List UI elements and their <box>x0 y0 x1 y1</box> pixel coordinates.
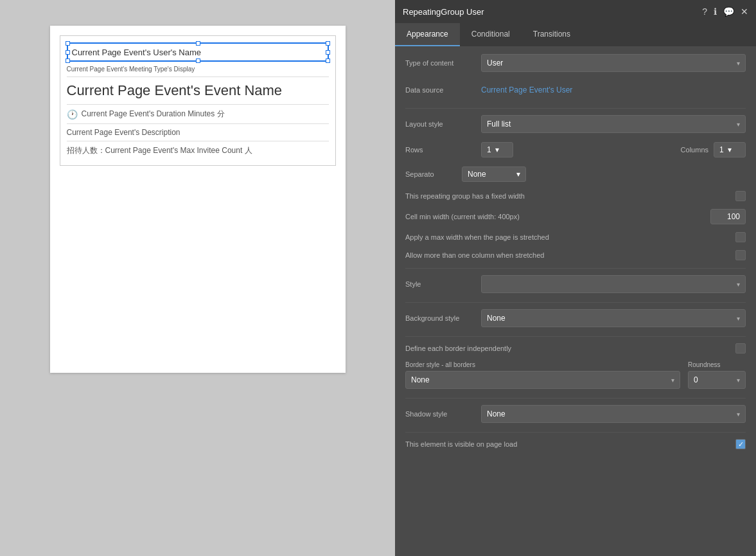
chevron-down-icon: ▾ <box>737 60 740 67</box>
allow-more-columns-row: Allow more than one column when stretche… <box>405 250 746 260</box>
roundness-dropdown[interactable]: 0 ▾ <box>688 371 746 389</box>
tab-appearance[interactable]: Appearance <box>395 23 460 46</box>
info-icon[interactable]: ℹ <box>714 6 717 17</box>
panel-titlebar: RepeatingGroup User ? ℹ 💬 ✕ <box>395 0 756 23</box>
panel-title-icons: ? ℹ 💬 ✕ <box>702 6 748 17</box>
apply-max-width-checkbox[interactable] <box>735 232 746 242</box>
comment-icon[interactable]: 💬 <box>723 6 734 17</box>
selected-element-text: Current Page Event's User's Name <box>72 48 202 57</box>
cell-min-width-row: Cell min width (current width: 400px) 10… <box>405 209 746 224</box>
columns-value: 1 <box>719 145 724 154</box>
resize-handle-tr[interactable] <box>326 41 330 46</box>
style-row: Style ▾ <box>405 275 746 293</box>
cols-group: Columns 1 ▾ <box>681 142 746 157</box>
data-source-row: Data source Current Page Event's User <box>405 81 746 99</box>
visible-checkbox[interactable]: ✓ <box>735 439 746 449</box>
resize-handle-bl[interactable] <box>66 58 70 63</box>
chevron-down-icon: ▾ <box>737 377 740 384</box>
type-of-content-value: User <box>487 58 503 67</box>
background-style-dropdown[interactable]: None ▾ <box>481 309 746 327</box>
resize-handle-br[interactable] <box>326 58 330 63</box>
data-source-value[interactable]: Current Page Event's User <box>481 81 746 99</box>
section-divider3 <box>405 302 746 303</box>
divider1 <box>67 76 329 77</box>
border-style-dropdown[interactable]: None ▾ <box>405 371 680 389</box>
close-icon[interactable]: ✕ <box>741 6 748 17</box>
resize-handle-tl[interactable] <box>66 41 70 46</box>
layout-style-value: Full list <box>487 120 511 129</box>
section-divider1 <box>405 108 746 109</box>
layout-style-dropdown[interactable]: Full list ▾ <box>481 115 746 133</box>
resize-handle-mr[interactable] <box>326 50 330 55</box>
chevron-down-icon: ▾ <box>728 145 732 154</box>
layout-style-row: Layout style Full list ▾ <box>405 115 746 133</box>
style-dropdown[interactable]: ▾ <box>481 275 746 293</box>
chevron-down-icon: ▾ <box>737 411 740 418</box>
separator-dropdown[interactable]: None ▾ <box>462 166 526 182</box>
invitee-text: 招待人数：Current Page Event's Max Invitee Co… <box>67 145 329 156</box>
shadow-style-value: None <box>487 409 505 418</box>
chevron-down-icon: ▾ <box>495 145 499 154</box>
rows-value: 1 <box>487 145 491 154</box>
help-icon[interactable]: ? <box>702 6 707 17</box>
data-source-label: Data source <box>405 86 476 94</box>
duration-row: 🕐 Current Page Event's Duration Minutes … <box>67 109 329 120</box>
panel: RepeatingGroup User ? ℹ 💬 ✕ Appearance C… <box>395 0 756 556</box>
layout-style-label: Layout style <box>405 120 476 128</box>
tab-transitions[interactable]: Transitions <box>522 23 582 46</box>
section-divider5 <box>405 398 746 399</box>
columns-dropdown[interactable]: 1 ▾ <box>714 142 746 157</box>
border-style-group: Border style - all borders None ▾ <box>405 361 680 389</box>
duration-text: Current Page Event's Duration Minutes 分 <box>82 109 225 120</box>
meeting-type-text: Current Page Event's Meeting Type's Disp… <box>67 66 329 73</box>
rows-dropdown[interactable]: 1 ▾ <box>481 142 513 157</box>
define-border-row: Define each border independently <box>405 343 746 354</box>
section-divider2 <box>405 268 746 269</box>
shadow-style-dropdown[interactable]: None ▾ <box>481 405 746 423</box>
apply-max-width-row: Apply a max width when the page is stret… <box>405 232 746 242</box>
cell-min-width-label: Cell min width (current width: 400px) <box>405 213 705 220</box>
separator-value: None <box>468 170 486 179</box>
roundness-value: 0 <box>694 375 698 384</box>
define-border-checkbox[interactable] <box>735 343 746 354</box>
shadow-style-row: Shadow style None ▾ <box>405 405 746 423</box>
define-border-label: Define each border independently <box>405 345 730 352</box>
background-style-value: None <box>487 314 505 323</box>
border-style-value: None <box>411 375 430 384</box>
separator-row: Separato None ▾ <box>405 166 746 182</box>
roundness-group: Roundness 0 ▾ <box>688 361 746 389</box>
allow-more-columns-checkbox[interactable] <box>735 250 746 260</box>
roundness-label: Roundness <box>688 361 746 368</box>
separator-label: Separato <box>405 170 457 178</box>
chevron-down-icon: ▾ <box>737 315 740 322</box>
chevron-down-icon: ▾ <box>737 281 740 288</box>
description-text: Current Page Event's Description <box>67 128 329 137</box>
type-of-content-row: Type of content User ▾ <box>405 54 746 72</box>
divider4 <box>67 141 329 141</box>
border-style-label: Border style - all borders <box>405 361 680 368</box>
fixed-width-label: This repeating group has a fixed width <box>405 192 730 200</box>
shadow-style-label: Shadow style <box>405 410 476 418</box>
check-mark-icon: ✓ <box>738 440 744 449</box>
selected-element[interactable]: Current Page Event's User's Name <box>67 42 329 62</box>
panel-title: RepeatingGroup User <box>403 7 484 17</box>
resize-handle-bc[interactable] <box>196 58 200 63</box>
chevron-down-icon: ▾ <box>516 170 520 179</box>
fixed-width-checkbox[interactable] <box>735 191 746 201</box>
apply-max-width-label: Apply a max width when the page is stret… <box>405 233 730 241</box>
cell-min-width-input[interactable]: 100 <box>710 209 746 224</box>
divider3 <box>67 123 329 124</box>
resize-handle-ml[interactable] <box>66 50 70 55</box>
border-roundness-row: Border style - all borders None ▾ Roundn… <box>405 361 746 389</box>
rows-label: Rows <box>405 146 476 154</box>
canvas-page: Current Page Event's User's Name Current… <box>50 26 346 373</box>
background-style-label: Background style <box>405 314 476 322</box>
resize-handle-tc[interactable] <box>196 41 200 46</box>
columns-label: Columns <box>681 146 708 154</box>
type-of-content-dropdown[interactable]: User ▾ <box>481 54 746 72</box>
section-divider4 <box>405 336 746 337</box>
chevron-down-icon: ▾ <box>671 377 674 384</box>
tab-conditional[interactable]: Conditional <box>460 23 522 46</box>
panel-body: Type of content User ▾ Data source Curre… <box>395 46 756 556</box>
event-name-text: Current Page Event's Event Name <box>67 82 329 99</box>
